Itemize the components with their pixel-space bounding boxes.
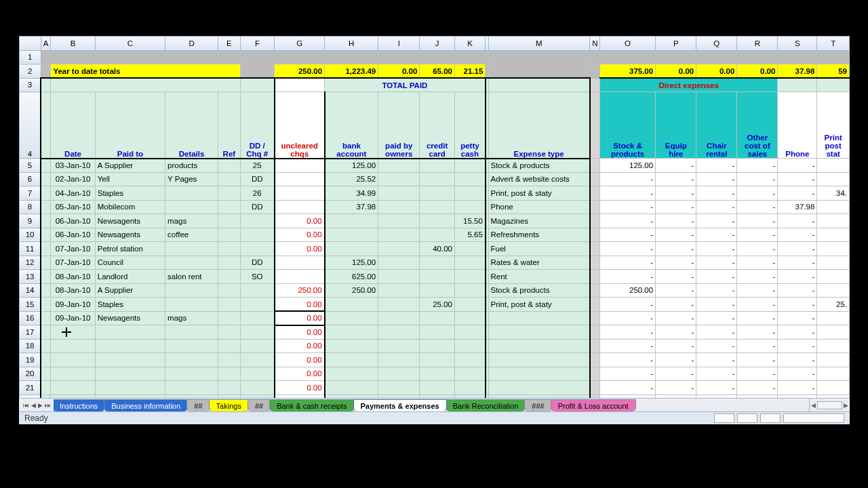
cell-bank[interactable]: 125.00 <box>325 256 378 270</box>
tab-prev-icon[interactable]: ◀ <box>31 402 36 409</box>
col-header-F[interactable]: F <box>240 37 275 51</box>
cell-paidto[interactable]: Staples <box>95 298 165 312</box>
cell-othercost[interactable]: - <box>737 214 778 228</box>
cell-details[interactable] <box>165 283 218 298</box>
cell-credit[interactable]: 40.00 <box>420 242 455 256</box>
cell-petty[interactable] <box>454 283 485 298</box>
ytd-total-T[interactable]: 59 <box>817 64 850 79</box>
cell-paidto[interactable] <box>95 339 165 353</box>
cell-details[interactable] <box>165 200 218 214</box>
col-header-I[interactable]: I <box>378 37 420 51</box>
sheet-tab[interactable]: Business information <box>104 399 188 411</box>
cell-phone[interactable]: - <box>778 283 817 298</box>
cell-expensetype[interactable]: Print, post & staty <box>488 186 590 201</box>
row-header-11[interactable]: 11 <box>20 242 41 256</box>
ytd-total-H[interactable]: 1,223.49 <box>325 64 378 79</box>
cell-owners[interactable] <box>378 353 420 367</box>
cell-paidto[interactable]: Newsagents <box>95 228 165 242</box>
cell-phone[interactable]: - <box>778 214 817 228</box>
cell-expensetype[interactable]: Advert & website costs <box>488 172 590 186</box>
cell-stock[interactable]: - <box>599 172 655 186</box>
cell-equip[interactable]: - <box>656 381 696 395</box>
cell-details[interactable] <box>165 381 218 395</box>
cell-othercost[interactable]: - <box>737 325 778 340</box>
cell-ddchq[interactable] <box>240 339 275 353</box>
cell-phone[interactable]: - <box>778 186 817 201</box>
sheet-tab[interactable]: Payments & expenses <box>353 399 447 411</box>
cell-ddchq[interactable]: DD <box>240 172 275 186</box>
cell-owners[interactable] <box>378 242 420 256</box>
cell-petty[interactable] <box>454 172 485 186</box>
cell-bank[interactable] <box>325 311 378 325</box>
cell-equip[interactable]: - <box>656 298 696 312</box>
cell-petty[interactable] <box>454 367 485 381</box>
cell-ddchq[interactable] <box>240 228 275 242</box>
cell[interactable] <box>599 50 655 64</box>
row-header-16[interactable]: 16 <box>20 311 41 325</box>
cell-chair[interactable]: - <box>696 325 737 340</box>
cell-bank[interactable] <box>325 381 378 395</box>
cell-chair[interactable]: - <box>696 159 737 173</box>
sheet-tab[interactable]: Bank Reconciliation <box>446 399 526 411</box>
row-header-17[interactable]: 17 <box>20 325 41 340</box>
cell-paidto[interactable]: Newsagents <box>95 311 165 325</box>
cell-ref[interactable] <box>218 242 241 256</box>
row-header-14[interactable]: 14 <box>20 283 41 298</box>
view-mode-normal[interactable] <box>714 413 734 423</box>
cell-uncleared[interactable] <box>275 186 325 201</box>
cell-paidto[interactable]: Staples <box>95 186 165 201</box>
cell-ref[interactable] <box>218 270 241 284</box>
cell-uncleared[interactable]: 0.00 <box>275 325 325 340</box>
cell-ddchq[interactable]: 25 <box>240 159 275 173</box>
cell-credit[interactable] <box>420 311 455 325</box>
cell-print[interactable] <box>817 353 850 367</box>
cell-paidto[interactable]: Petrol station <box>95 242 165 256</box>
cell-stock[interactable]: - <box>599 353 655 367</box>
cell-stock[interactable]: - <box>599 256 655 270</box>
cell-credit[interactable] <box>420 214 455 228</box>
cell-ddchq[interactable] <box>240 311 275 325</box>
row-header-6[interactable]: 6 <box>20 172 41 186</box>
cell-chair[interactable]: - <box>696 172 737 186</box>
cell-othercost[interactable]: - <box>737 270 778 284</box>
cell-petty[interactable] <box>454 270 485 284</box>
cell[interactable] <box>41 50 51 64</box>
cell-date[interactable]: 03-Jan-10 <box>51 159 95 173</box>
cell-print[interactable]: 25. <box>817 298 850 312</box>
cell-owners[interactable] <box>378 325 420 340</box>
row-header-20[interactable]: 20 <box>20 367 41 381</box>
horizontal-scrollbar[interactable]: ◀ ▶ <box>809 399 850 411</box>
cell-phone[interactable]: - <box>778 159 817 173</box>
cell-expensetype[interactable] <box>488 367 590 381</box>
cell-details[interactable] <box>165 242 218 256</box>
cell-othercost[interactable]: - <box>737 172 778 186</box>
cell-bank[interactable]: 625.00 <box>325 270 378 284</box>
ytd-total-G[interactable]: 250.00 <box>275 64 325 79</box>
cell-bank[interactable]: 250.00 <box>325 283 378 298</box>
cell-ref[interactable] <box>218 283 241 298</box>
cell-expensetype[interactable]: Rates & water <box>488 256 590 270</box>
cell-stock[interactable]: - <box>599 186 655 201</box>
cell-details[interactable]: products <box>165 159 218 173</box>
ytd-total-P[interactable]: 0.00 <box>656 64 696 79</box>
cell-petty[interactable]: 5.65 <box>454 228 485 242</box>
cell-equip[interactable]: - <box>656 283 696 298</box>
cell[interactable] <box>240 64 275 79</box>
cell-uncleared[interactable]: 0.00 <box>275 214 325 228</box>
tab-next-icon[interactable]: ▶ <box>38 402 43 409</box>
cell-bank[interactable] <box>325 353 378 367</box>
cell-uncleared[interactable] <box>275 172 325 186</box>
cell-expensetype[interactable] <box>488 353 590 367</box>
cell-bank[interactable] <box>325 325 378 340</box>
cell-chair[interactable]: - <box>696 228 737 242</box>
cell-grid[interactable]: ABCDEFGHIJKLMNOPQRST12Year to date total… <box>19 36 850 398</box>
cell-petty[interactable] <box>454 339 485 353</box>
cell-owners[interactable] <box>378 367 420 381</box>
ytd-total-I[interactable]: 0.00 <box>378 64 420 79</box>
cell-chair[interactable]: - <box>696 242 737 256</box>
cell-owners[interactable] <box>378 159 420 173</box>
cell-credit[interactable]: 25.00 <box>420 298 455 312</box>
cell-print[interactable] <box>817 367 850 381</box>
cell-bank[interactable] <box>325 214 378 228</box>
cell-uncleared[interactable]: 0.00 <box>275 242 325 256</box>
